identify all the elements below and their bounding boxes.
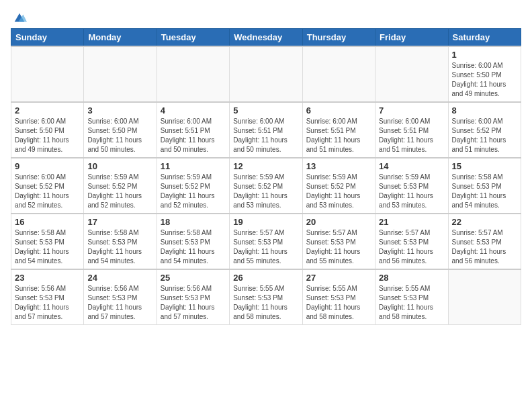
day-number: 15 bbox=[452, 161, 517, 171]
day-info: Sunrise: 5:55 AM Sunset: 5:53 PM Dayligh… bbox=[306, 284, 371, 322]
day-info: Sunrise: 5:57 AM Sunset: 5:53 PM Dayligh… bbox=[306, 228, 371, 266]
day-info: Sunrise: 6:00 AM Sunset: 5:51 PM Dayligh… bbox=[306, 117, 371, 154]
col-header-friday: Friday bbox=[375, 29, 448, 47]
day-number: 1 bbox=[452, 50, 517, 60]
col-header-sunday: Sunday bbox=[11, 29, 84, 47]
day-cell: 14Sunrise: 5:59 AM Sunset: 5:53 PM Dayli… bbox=[375, 158, 448, 214]
day-number: 12 bbox=[233, 161, 298, 171]
day-number: 13 bbox=[306, 161, 371, 171]
day-cell: 2Sunrise: 6:00 AM Sunset: 5:50 PM Daylig… bbox=[11, 102, 84, 158]
day-number: 24 bbox=[87, 273, 152, 283]
day-cell bbox=[11, 46, 84, 102]
day-cell: 24Sunrise: 5:56 AM Sunset: 5:53 PM Dayli… bbox=[84, 269, 157, 325]
day-number: 2 bbox=[15, 105, 80, 116]
col-header-saturday: Saturday bbox=[448, 29, 521, 47]
day-number: 3 bbox=[87, 105, 152, 116]
day-info: Sunrise: 5:55 AM Sunset: 5:53 PM Dayligh… bbox=[233, 284, 298, 322]
day-number: 9 bbox=[15, 161, 80, 171]
day-number: 8 bbox=[452, 105, 517, 116]
day-number: 27 bbox=[306, 273, 371, 283]
day-cell: 27Sunrise: 5:55 AM Sunset: 5:53 PM Dayli… bbox=[302, 269, 375, 325]
day-cell: 12Sunrise: 5:59 AM Sunset: 5:52 PM Dayli… bbox=[230, 158, 302, 214]
day-number: 5 bbox=[233, 105, 298, 116]
day-number: 21 bbox=[379, 217, 444, 227]
day-cell: 23Sunrise: 5:56 AM Sunset: 5:53 PM Dayli… bbox=[11, 269, 84, 325]
day-info: Sunrise: 6:00 AM Sunset: 5:51 PM Dayligh… bbox=[233, 117, 298, 154]
day-info: Sunrise: 6:00 AM Sunset: 5:52 PM Dayligh… bbox=[15, 173, 80, 210]
day-cell: 8Sunrise: 6:00 AM Sunset: 5:52 PM Daylig… bbox=[448, 102, 521, 158]
day-info: Sunrise: 5:58 AM Sunset: 5:53 PM Dayligh… bbox=[87, 228, 152, 266]
day-info: Sunrise: 5:58 AM Sunset: 5:53 PM Dayligh… bbox=[161, 228, 226, 266]
col-header-tuesday: Tuesday bbox=[157, 29, 229, 47]
calendar-table: SundayMondayTuesdayWednesdayThursdayFrid… bbox=[11, 28, 521, 325]
col-header-wednesday: Wednesday bbox=[230, 29, 302, 47]
week-row-4: 16Sunrise: 5:58 AM Sunset: 5:53 PM Dayli… bbox=[11, 214, 521, 269]
day-cell bbox=[84, 46, 157, 102]
day-info: Sunrise: 5:59 AM Sunset: 5:52 PM Dayligh… bbox=[306, 173, 371, 210]
day-number: 19 bbox=[233, 217, 298, 227]
day-cell: 20Sunrise: 5:57 AM Sunset: 5:53 PM Dayli… bbox=[302, 214, 375, 269]
day-cell: 10Sunrise: 5:59 AM Sunset: 5:52 PM Dayli… bbox=[84, 158, 157, 214]
calendar-header-row: SundayMondayTuesdayWednesdayThursdayFrid… bbox=[11, 29, 521, 47]
day-cell: 5Sunrise: 6:00 AM Sunset: 5:51 PM Daylig… bbox=[230, 102, 302, 158]
day-number: 7 bbox=[379, 105, 444, 116]
week-row-1: 1Sunrise: 6:00 AM Sunset: 5:50 PM Daylig… bbox=[11, 46, 521, 102]
day-number: 6 bbox=[306, 105, 371, 116]
day-cell: 4Sunrise: 6:00 AM Sunset: 5:51 PM Daylig… bbox=[157, 102, 229, 158]
day-cell: 25Sunrise: 5:56 AM Sunset: 5:53 PM Dayli… bbox=[157, 269, 229, 325]
day-info: Sunrise: 6:00 AM Sunset: 5:50 PM Dayligh… bbox=[452, 61, 517, 99]
week-row-3: 9Sunrise: 6:00 AM Sunset: 5:52 PM Daylig… bbox=[11, 158, 521, 214]
day-number: 16 bbox=[15, 217, 80, 227]
day-info: Sunrise: 5:57 AM Sunset: 5:53 PM Dayligh… bbox=[233, 228, 298, 266]
day-cell: 28Sunrise: 5:55 AM Sunset: 5:53 PM Dayli… bbox=[375, 269, 448, 325]
day-cell: 1Sunrise: 6:00 AM Sunset: 5:50 PM Daylig… bbox=[448, 46, 521, 102]
day-cell: 6Sunrise: 6:00 AM Sunset: 5:51 PM Daylig… bbox=[302, 102, 375, 158]
day-info: Sunrise: 5:57 AM Sunset: 5:53 PM Dayligh… bbox=[379, 228, 444, 266]
day-cell: 26Sunrise: 5:55 AM Sunset: 5:53 PM Dayli… bbox=[230, 269, 302, 325]
day-info: Sunrise: 5:58 AM Sunset: 5:53 PM Dayligh… bbox=[15, 228, 80, 266]
logo bbox=[11, 11, 27, 21]
day-cell: 21Sunrise: 5:57 AM Sunset: 5:53 PM Dayli… bbox=[375, 214, 448, 269]
day-info: Sunrise: 5:59 AM Sunset: 5:52 PM Dayligh… bbox=[233, 173, 298, 210]
day-number: 11 bbox=[161, 161, 226, 171]
day-info: Sunrise: 6:00 AM Sunset: 5:51 PM Dayligh… bbox=[379, 117, 444, 154]
day-number: 26 bbox=[233, 273, 298, 283]
day-cell: 16Sunrise: 5:58 AM Sunset: 5:53 PM Dayli… bbox=[11, 214, 84, 269]
day-cell: 7Sunrise: 6:00 AM Sunset: 5:51 PM Daylig… bbox=[375, 102, 448, 158]
day-cell bbox=[302, 46, 375, 102]
day-number: 10 bbox=[87, 161, 152, 171]
day-number: 25 bbox=[161, 273, 226, 283]
day-info: Sunrise: 5:58 AM Sunset: 5:53 PM Dayligh… bbox=[452, 173, 517, 210]
day-info: Sunrise: 5:59 AM Sunset: 5:53 PM Dayligh… bbox=[379, 173, 444, 210]
day-cell: 3Sunrise: 6:00 AM Sunset: 5:50 PM Daylig… bbox=[84, 102, 157, 158]
day-info: Sunrise: 5:56 AM Sunset: 5:53 PM Dayligh… bbox=[87, 284, 152, 322]
day-number: 14 bbox=[379, 161, 444, 171]
day-info: Sunrise: 5:56 AM Sunset: 5:53 PM Dayligh… bbox=[161, 284, 226, 322]
day-number: 28 bbox=[379, 273, 444, 283]
day-cell bbox=[375, 46, 448, 102]
day-number: 22 bbox=[452, 217, 517, 227]
day-info: Sunrise: 6:00 AM Sunset: 5:50 PM Dayligh… bbox=[15, 117, 80, 154]
page-header bbox=[11, 11, 521, 21]
day-cell: 13Sunrise: 5:59 AM Sunset: 5:52 PM Dayli… bbox=[302, 158, 375, 214]
day-cell bbox=[448, 269, 521, 325]
day-number: 17 bbox=[87, 217, 152, 227]
day-info: Sunrise: 5:56 AM Sunset: 5:53 PM Dayligh… bbox=[15, 284, 80, 322]
day-number: 4 bbox=[161, 105, 226, 116]
day-info: Sunrise: 5:57 AM Sunset: 5:53 PM Dayligh… bbox=[452, 228, 517, 266]
day-number: 23 bbox=[15, 273, 80, 283]
day-info: Sunrise: 6:00 AM Sunset: 5:50 PM Dayligh… bbox=[87, 117, 152, 154]
day-cell bbox=[230, 46, 302, 102]
day-info: Sunrise: 6:00 AM Sunset: 5:52 PM Dayligh… bbox=[452, 117, 517, 154]
day-number: 20 bbox=[306, 217, 371, 227]
day-cell: 17Sunrise: 5:58 AM Sunset: 5:53 PM Dayli… bbox=[84, 214, 157, 269]
day-info: Sunrise: 5:59 AM Sunset: 5:52 PM Dayligh… bbox=[87, 173, 152, 210]
week-row-5: 23Sunrise: 5:56 AM Sunset: 5:53 PM Dayli… bbox=[11, 269, 521, 325]
day-cell: 15Sunrise: 5:58 AM Sunset: 5:53 PM Dayli… bbox=[448, 158, 521, 214]
logo-icon bbox=[12, 11, 27, 26]
day-info: Sunrise: 5:55 AM Sunset: 5:53 PM Dayligh… bbox=[379, 284, 444, 322]
day-number: 18 bbox=[161, 217, 226, 227]
week-row-2: 2Sunrise: 6:00 AM Sunset: 5:50 PM Daylig… bbox=[11, 102, 521, 158]
day-cell: 19Sunrise: 5:57 AM Sunset: 5:53 PM Dayli… bbox=[230, 214, 302, 269]
day-cell: 22Sunrise: 5:57 AM Sunset: 5:53 PM Dayli… bbox=[448, 214, 521, 269]
